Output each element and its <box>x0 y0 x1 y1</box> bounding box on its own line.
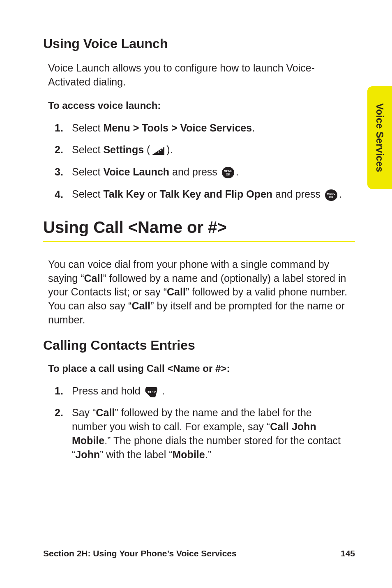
step-number: 1. <box>55 384 72 398</box>
step-text: Press and hold TALK . <box>72 384 347 398</box>
step-number: 2. <box>55 143 72 157</box>
step-number: 1. <box>55 121 72 135</box>
using-call-heading: Using Call <Name or #> <box>43 218 355 237</box>
step-number: 4. <box>55 188 72 202</box>
voice-launch-sublabel: To access voice launch: <box>43 100 355 111</box>
step-text: Select Talk Key or Talk Key and Flip Ope… <box>72 187 347 201</box>
calling-contacts-steps: 1. Press and hold TALK . 2. Say “Call” f… <box>43 384 347 462</box>
section-side-tab: Voice Services <box>367 86 392 189</box>
step-text: Select Menu > Tools > Voice Services. <box>72 121 347 135</box>
calling-contacts-sublabel: To place a call using Call <Name or #>: <box>43 363 355 374</box>
footer-section-label: Section 2H: Using Your Phone’s Voice Ser… <box>43 549 237 558</box>
step-1: 1. Select Menu > Tools > Voice Services. <box>55 121 347 135</box>
svg-text:OK: OK <box>226 173 231 176</box>
voice-launch-heading: Using Voice Launch <box>43 36 355 51</box>
step-3: 3. Select Voice Launch and press MENUOK. <box>55 165 347 179</box>
voice-launch-steps: 1. Select Menu > Tools > Voice Services.… <box>43 121 347 202</box>
step-4: 4. Select Talk Key or Talk Key and Flip … <box>55 187 347 201</box>
step-2: 2. Select Settings (). <box>55 143 347 157</box>
calling-contacts-heading: Calling Contacts Entries <box>43 338 355 353</box>
step-1: 1. Press and hold TALK . <box>55 384 347 398</box>
step-text: Select Settings (). <box>72 143 347 157</box>
step-text: Select Voice Launch and press MENUOK. <box>72 165 347 179</box>
step-number: 2. <box>55 406 72 420</box>
menu-ok-icon: MENUOK <box>325 189 338 202</box>
svg-text:TALK: TALK <box>147 390 156 394</box>
step-2: 2. Say “Call” followed by the name and t… <box>55 406 347 461</box>
page-content: Using Voice Launch Voice Launch allows y… <box>0 0 392 588</box>
svg-point-1 <box>160 150 161 151</box>
svg-text:OK: OK <box>329 196 334 198</box>
heading-underline <box>43 241 355 242</box>
voice-launch-intro: Voice Launch allows you to configure how… <box>43 61 355 89</box>
step-number: 3. <box>55 165 72 179</box>
settings-icon <box>151 146 165 156</box>
menu-ok-icon: MENUOK <box>221 166 235 179</box>
svg-text:MENU: MENU <box>224 170 233 173</box>
page-number: 145 <box>341 549 355 558</box>
svg-point-0 <box>158 151 159 152</box>
using-call-intro: You can voice dial from your phone with … <box>43 258 355 327</box>
svg-text:MENU: MENU <box>327 192 336 195</box>
svg-point-6 <box>325 189 337 201</box>
step-text: Say “Call” followed by the name and the … <box>72 406 347 461</box>
svg-point-3 <box>222 167 234 178</box>
page-footer: Section 2H: Using Your Phone’s Voice Ser… <box>43 549 355 558</box>
talk-key-icon: TALK <box>145 385 158 398</box>
side-tab-label: Voice Services <box>374 103 385 172</box>
svg-point-2 <box>162 148 163 149</box>
